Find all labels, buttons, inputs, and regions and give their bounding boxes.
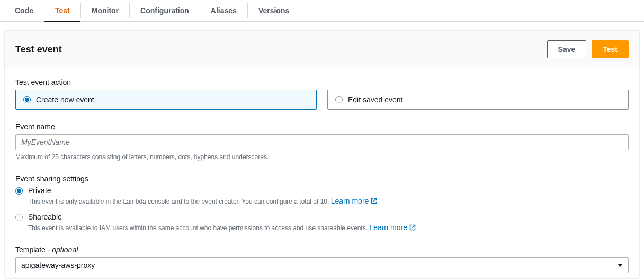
sharing-shareable-option[interactable]: Shareable This event is available to IAM… (15, 213, 629, 232)
radio-icon (15, 187, 23, 195)
panel-title: Test event (15, 44, 62, 55)
tab-code[interactable]: Code (4, 0, 44, 21)
create-new-event-label: Create new event (36, 95, 94, 104)
tab-bar: Code Test Monitor Configuration Aliases … (0, 0, 644, 22)
edit-saved-event-label: Edit saved event (348, 95, 403, 104)
panel-header: Test event Save Test (5, 31, 639, 68)
event-name-label: Event name (15, 122, 629, 131)
save-button[interactable]: Save (547, 40, 587, 58)
sharing-shareable-desc: This event is available to IAM users wit… (28, 223, 416, 232)
template-select[interactable]: apigateway-aws-proxy (15, 257, 629, 273)
template-label: Template - optional (15, 246, 629, 254)
test-event-panel: Test event Save Test Test event action C… (4, 30, 640, 279)
tab-aliases[interactable]: Aliases (200, 0, 247, 21)
tab-versions[interactable]: Versions (248, 0, 300, 21)
learn-more-link[interactable]: Learn more (331, 197, 378, 205)
tab-test[interactable]: Test (44, 0, 80, 21)
sharing-private-desc: This event is only available in the Lamb… (28, 197, 377, 205)
event-name-helper: Maximum of 25 characters consisting of l… (15, 153, 629, 161)
action-segmented: Create new event Edit saved event (15, 90, 629, 110)
external-link-icon (371, 198, 377, 204)
sharing-label: Event sharing settings (15, 174, 629, 183)
panel-body: Test event action Create new event Edit … (5, 68, 639, 278)
chevron-down-icon (618, 264, 623, 267)
tab-configuration[interactable]: Configuration (130, 0, 200, 21)
tab-monitor[interactable]: Monitor (81, 0, 129, 21)
sharing-shareable-label: Shareable (28, 213, 416, 221)
sharing-private-label: Private (28, 186, 377, 195)
sharing-shareable-body: Shareable This event is available to IAM… (28, 213, 416, 232)
radio-icon (15, 214, 23, 221)
action-label: Test event action (15, 78, 629, 86)
external-link-icon (409, 224, 416, 231)
template-select-value: apigateway-aws-proxy (21, 261, 95, 269)
edit-saved-event-option[interactable]: Edit saved event (327, 90, 629, 110)
event-name-input[interactable] (15, 134, 629, 150)
template-section: Template - optional apigateway-aws-proxy (15, 246, 629, 273)
create-new-event-option[interactable]: Create new event (15, 90, 317, 110)
radio-icon (23, 96, 31, 103)
panel-actions: Save Test (547, 40, 629, 58)
radio-icon (335, 96, 343, 103)
sharing-private-body: Private This event is only available in … (28, 186, 377, 205)
learn-more-link[interactable]: Learn more (369, 223, 416, 232)
test-button[interactable]: Test (592, 40, 629, 58)
sharing-private-option[interactable]: Private This event is only available in … (15, 186, 629, 205)
